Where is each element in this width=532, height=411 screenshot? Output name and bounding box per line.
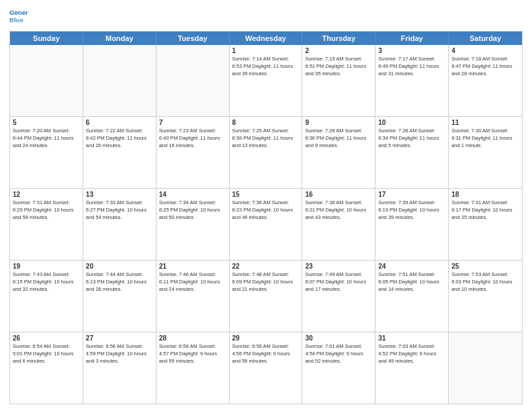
svg-text:Blue: Blue: [9, 16, 24, 24]
day-info: Sunrise: 7:22 AM Sunset: 6:42 PM Dayligh…: [86, 128, 153, 150]
cal-cell: 29Sunrise: 6:59 AM Sunset: 4:56 PM Dayli…: [230, 332, 303, 404]
cal-week-5: 26Sunrise: 6:54 AM Sunset: 5:01 PM Dayli…: [10, 332, 522, 404]
cal-cell: 15Sunrise: 7:36 AM Sunset: 6:23 PM Dayli…: [230, 189, 303, 260]
day-number: 31: [378, 334, 445, 342]
cal-header-wednesday: Wednesday: [230, 32, 303, 45]
day-info: Sunrise: 7:30 AM Sunset: 6:31 PM Dayligh…: [451, 128, 519, 150]
page: General Blue SundayMondayTuesdayWednesda…: [0, 0, 532, 411]
day-info: Sunrise: 7:44 AM Sunset: 6:13 PM Dayligh…: [86, 271, 153, 293]
day-number: 2: [305, 47, 372, 54]
cal-cell: [83, 45, 157, 116]
cal-week-3: 12Sunrise: 7:31 AM Sunset: 6:29 PM Dayli…: [10, 189, 522, 261]
cal-header-sunday: Sunday: [10, 32, 83, 45]
day-number: 11: [451, 119, 519, 126]
day-info: Sunrise: 7:51 AM Sunset: 6:05 PM Dayligh…: [378, 271, 445, 293]
day-number: 28: [159, 334, 226, 342]
cal-cell: 24Sunrise: 7:51 AM Sunset: 6:05 PM Dayli…: [375, 261, 449, 332]
day-info: Sunrise: 7:53 AM Sunset: 6:03 PM Dayligh…: [451, 271, 519, 293]
cal-cell: 1Sunrise: 7:14 AM Sunset: 6:53 PM Daylig…: [230, 45, 303, 116]
logo-icon: General Blue: [9, 7, 28, 26]
cal-cell: 17Sunrise: 7:39 AM Sunset: 6:19 PM Dayli…: [375, 189, 449, 260]
day-number: 25: [451, 263, 519, 270]
cal-header-monday: Monday: [83, 32, 157, 45]
cal-cell: 19Sunrise: 7:43 AM Sunset: 6:15 PM Dayli…: [10, 261, 83, 332]
day-info: Sunrise: 7:33 AM Sunset: 6:27 PM Dayligh…: [86, 199, 153, 222]
day-number: 14: [159, 191, 226, 198]
day-number: 27: [86, 334, 153, 342]
cal-cell: 10Sunrise: 7:28 AM Sunset: 6:34 PM Dayli…: [375, 117, 449, 188]
cal-cell: 18Sunrise: 7:41 AM Sunset: 6:17 PM Dayli…: [449, 189, 522, 260]
day-info: Sunrise: 6:56 AM Sunset: 4:59 PM Dayligh…: [86, 343, 153, 365]
cal-week-1: 1Sunrise: 7:14 AM Sunset: 6:53 PM Daylig…: [10, 45, 522, 117]
cal-cell: 25Sunrise: 7:53 AM Sunset: 6:03 PM Dayli…: [449, 261, 522, 332]
day-info: Sunrise: 7:41 AM Sunset: 6:17 PM Dayligh…: [451, 199, 519, 222]
day-number: 30: [305, 334, 372, 342]
day-number: 8: [232, 119, 300, 126]
day-number: 12: [13, 191, 80, 198]
day-number: 3: [378, 47, 445, 54]
day-info: Sunrise: 7:43 AM Sunset: 6:15 PM Dayligh…: [13, 271, 80, 293]
day-info: Sunrise: 6:59 AM Sunset: 4:56 PM Dayligh…: [232, 343, 300, 365]
day-number: 9: [305, 119, 372, 126]
day-number: 21: [159, 263, 226, 270]
day-info: Sunrise: 7:28 AM Sunset: 6:34 PM Dayligh…: [378, 128, 445, 150]
day-number: 20: [86, 263, 153, 270]
day-info: Sunrise: 7:48 AM Sunset: 6:09 PM Dayligh…: [232, 271, 300, 293]
cal-cell: [449, 332, 522, 404]
day-number: 29: [232, 334, 300, 342]
cal-cell: 16Sunrise: 7:38 AM Sunset: 6:21 PM Dayli…: [302, 189, 375, 260]
day-info: Sunrise: 7:23 AM Sunset: 6:40 PM Dayligh…: [159, 128, 226, 150]
day-number: 13: [86, 191, 153, 198]
day-info: Sunrise: 7:25 AM Sunset: 6:38 PM Dayligh…: [232, 128, 300, 150]
day-number: 26: [13, 334, 80, 342]
calendar-header-row: SundayMondayTuesdayWednesdayThursdayFrid…: [10, 32, 522, 45]
day-info: Sunrise: 6:58 AM Sunset: 4:57 PM Dayligh…: [159, 343, 226, 365]
logo: General Blue: [9, 7, 31, 26]
calendar-body: 1Sunrise: 7:14 AM Sunset: 6:53 PM Daylig…: [10, 45, 522, 404]
day-info: Sunrise: 7:17 AM Sunset: 6:49 PM Dayligh…: [378, 56, 445, 78]
day-info: Sunrise: 7:26 AM Sunset: 6:36 PM Dayligh…: [305, 128, 372, 150]
cal-cell: 11Sunrise: 7:30 AM Sunset: 6:31 PM Dayli…: [449, 117, 522, 188]
cal-header-friday: Friday: [375, 32, 449, 45]
day-info: Sunrise: 6:54 AM Sunset: 5:01 PM Dayligh…: [13, 343, 80, 365]
day-number: 15: [232, 191, 300, 198]
cal-cell: 4Sunrise: 7:18 AM Sunset: 6:47 PM Daylig…: [449, 45, 522, 116]
cal-week-4: 19Sunrise: 7:43 AM Sunset: 6:15 PM Dayli…: [10, 261, 522, 332]
day-number: 5: [13, 119, 80, 126]
cal-cell: 2Sunrise: 7:15 AM Sunset: 6:51 PM Daylig…: [302, 45, 375, 116]
cal-header-saturday: Saturday: [449, 32, 522, 45]
day-number: 10: [378, 119, 445, 126]
cal-cell: 9Sunrise: 7:26 AM Sunset: 6:36 PM Daylig…: [302, 117, 375, 188]
day-number: 24: [378, 263, 445, 270]
svg-text:General: General: [9, 9, 28, 16]
cal-week-2: 5Sunrise: 7:20 AM Sunset: 6:44 PM Daylig…: [10, 117, 522, 189]
day-number: 7: [159, 119, 226, 126]
cal-cell: 3Sunrise: 7:17 AM Sunset: 6:49 PM Daylig…: [375, 45, 449, 116]
day-info: Sunrise: 7:36 AM Sunset: 6:23 PM Dayligh…: [232, 199, 300, 222]
day-info: Sunrise: 7:20 AM Sunset: 6:44 PM Dayligh…: [13, 128, 80, 150]
cal-cell: 30Sunrise: 7:01 AM Sunset: 4:54 PM Dayli…: [302, 332, 375, 404]
cal-cell: [10, 45, 83, 116]
day-number: 18: [451, 191, 519, 198]
cal-cell: [157, 45, 230, 116]
cal-cell: 21Sunrise: 7:46 AM Sunset: 6:11 PM Dayli…: [157, 261, 230, 332]
day-number: 16: [305, 191, 372, 198]
cal-cell: 20Sunrise: 7:44 AM Sunset: 6:13 PM Dayli…: [83, 261, 157, 332]
header: General Blue: [9, 7, 523, 26]
day-number: 4: [451, 47, 519, 54]
day-info: Sunrise: 7:49 AM Sunset: 6:07 PM Dayligh…: [305, 271, 372, 293]
cal-cell: 28Sunrise: 6:58 AM Sunset: 4:57 PM Dayli…: [157, 332, 230, 404]
day-info: Sunrise: 7:38 AM Sunset: 6:21 PM Dayligh…: [305, 199, 372, 222]
day-number: 22: [232, 263, 300, 270]
cal-cell: 31Sunrise: 7:03 AM Sunset: 4:52 PM Dayli…: [375, 332, 449, 404]
cal-cell: 22Sunrise: 7:48 AM Sunset: 6:09 PM Dayli…: [230, 261, 303, 332]
cal-cell: 7Sunrise: 7:23 AM Sunset: 6:40 PM Daylig…: [157, 117, 230, 188]
cal-cell: 12Sunrise: 7:31 AM Sunset: 6:29 PM Dayli…: [10, 189, 83, 260]
calendar: SundayMondayTuesdayWednesdayThursdayFrid…: [9, 31, 523, 404]
cal-cell: 27Sunrise: 6:56 AM Sunset: 4:59 PM Dayli…: [83, 332, 157, 404]
day-info: Sunrise: 7:03 AM Sunset: 4:52 PM Dayligh…: [378, 343, 445, 365]
day-info: Sunrise: 7:14 AM Sunset: 6:53 PM Dayligh…: [232, 56, 300, 78]
cal-cell: 13Sunrise: 7:33 AM Sunset: 6:27 PM Dayli…: [83, 189, 157, 260]
cal-header-thursday: Thursday: [302, 32, 375, 45]
cal-cell: 26Sunrise: 6:54 AM Sunset: 5:01 PM Dayli…: [10, 332, 83, 404]
